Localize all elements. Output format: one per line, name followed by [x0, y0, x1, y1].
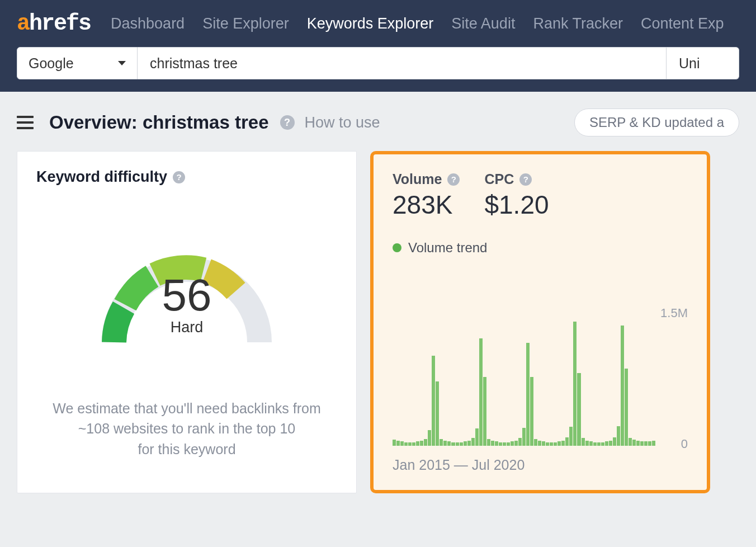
- bar: [530, 377, 533, 446]
- bar: [538, 441, 541, 446]
- bar: [408, 442, 412, 446]
- volume-label-text: Volume: [393, 171, 442, 187]
- country-value: Uni: [679, 55, 700, 72]
- bar: [569, 427, 573, 446]
- bar: [460, 442, 463, 446]
- cards-row: Keyword difficulty ? 56 Hard We estimate…: [0, 151, 756, 493]
- help-icon[interactable]: ?: [173, 171, 185, 183]
- bar: [440, 439, 443, 446]
- nav-site-explorer[interactable]: Site Explorer: [202, 15, 289, 32]
- country-select[interactable]: Uni: [667, 47, 739, 79]
- cpc-label-text: CPC: [484, 171, 514, 187]
- bar: [464, 441, 467, 446]
- bar: [621, 326, 624, 446]
- bar: [479, 338, 483, 446]
- search-engine-value: Google: [29, 55, 74, 72]
- bar: [456, 442, 459, 446]
- legend-dot-icon: [393, 243, 401, 252]
- bar: [593, 442, 597, 446]
- bar: [511, 441, 514, 446]
- logo[interactable]: ahrefs: [17, 11, 91, 36]
- serp-updated-pill[interactable]: SERP & KD updated a: [574, 109, 739, 136]
- kd-title: Keyword difficulty ?: [36, 168, 337, 186]
- legend-text: Volume trend: [408, 240, 487, 256]
- bar: [648, 441, 651, 446]
- cpc-metric: CPC ? $1.20: [484, 171, 549, 220]
- keyword-input[interactable]: [138, 47, 667, 79]
- topbar: ahrefs Dashboard Site Explorer Keywords …: [0, 0, 756, 92]
- chart-legend: Volume trend: [393, 240, 688, 256]
- bar: [420, 441, 423, 446]
- bar: [436, 381, 439, 446]
- nav-keywords-explorer[interactable]: Keywords Explorer: [307, 15, 434, 32]
- metrics-row: Volume ? 283K CPC ? $1.20: [393, 171, 688, 220]
- bar: [589, 441, 593, 446]
- kd-title-text: Keyword difficulty: [36, 168, 167, 186]
- bar: [542, 441, 545, 446]
- bar: [428, 430, 431, 446]
- bar: [625, 369, 628, 446]
- bar: [557, 441, 561, 446]
- bar: [432, 356, 435, 446]
- bar: [605, 441, 608, 446]
- keyword-difficulty-card: Keyword difficulty ? 56 Hard We estimate…: [17, 151, 357, 493]
- bar: [487, 439, 490, 446]
- bar: [565, 437, 569, 446]
- bar: [400, 441, 404, 446]
- bar: [573, 322, 577, 446]
- bar: [613, 437, 616, 446]
- bar: [582, 438, 585, 446]
- logo-a: a: [17, 11, 29, 36]
- bar: [393, 440, 396, 446]
- help-icon[interactable]: ?: [519, 173, 532, 186]
- cpc-value: $1.20: [484, 190, 549, 220]
- volume-label: Volume ?: [393, 171, 460, 187]
- nav-content-explorer[interactable]: Content Exp: [641, 15, 724, 32]
- kd-label: Hard: [92, 319, 282, 336]
- volume-metric: Volume ? 283K: [393, 171, 460, 220]
- bar: [416, 441, 419, 446]
- bar: [617, 426, 620, 446]
- bar: [561, 441, 565, 446]
- bar: [577, 373, 580, 446]
- how-to-use-link[interactable]: How to use: [305, 114, 380, 131]
- y-axis-label-top: 1.5M: [660, 306, 688, 320]
- bar: [396, 441, 400, 446]
- bar: [640, 441, 644, 446]
- volume-value: 283K: [393, 190, 460, 220]
- bar: [491, 441, 494, 446]
- search-engine-select[interactable]: Google: [17, 47, 138, 79]
- help-icon[interactable]: ?: [447, 173, 460, 186]
- nav-rank-tracker[interactable]: Rank Tracker: [533, 15, 623, 32]
- bar: [471, 438, 475, 446]
- bar: [514, 441, 518, 446]
- kd-description: We estimate that you'll need backlinks f…: [36, 398, 337, 459]
- bar: [507, 442, 510, 446]
- bar: [585, 441, 589, 446]
- bar: [412, 442, 415, 446]
- nav-site-audit[interactable]: Site Audit: [451, 15, 515, 32]
- page-header: Overview: christmas tree ? How to use SE…: [0, 92, 756, 151]
- x-axis-range: Jan 2015 — Jul 2020: [393, 457, 688, 473]
- bar: [424, 439, 427, 446]
- logo-rest: hrefs: [29, 11, 91, 36]
- bar: [632, 440, 636, 446]
- kd-desc-line: for this keyword: [36, 439, 337, 459]
- volume-trend-chart: 1.5M 0: [393, 312, 688, 446]
- menu-icon[interactable]: [17, 112, 34, 133]
- kd-desc-line: We estimate that you'll need backlinks f…: [36, 398, 337, 418]
- caret-down-icon: [118, 61, 126, 65]
- bar: [443, 441, 447, 446]
- bar: [644, 441, 648, 446]
- nav-dashboard[interactable]: Dashboard: [111, 15, 185, 32]
- bar: [518, 438, 522, 446]
- bar: [597, 442, 601, 446]
- bar: [475, 428, 479, 446]
- bar: [636, 441, 640, 446]
- help-icon[interactable]: ?: [280, 115, 295, 130]
- bar: [404, 442, 408, 446]
- bar: [609, 441, 612, 446]
- kd-desc-line: ~108 websites to rank in the top 10: [36, 418, 337, 438]
- bar: [467, 441, 471, 446]
- bar: [546, 442, 549, 446]
